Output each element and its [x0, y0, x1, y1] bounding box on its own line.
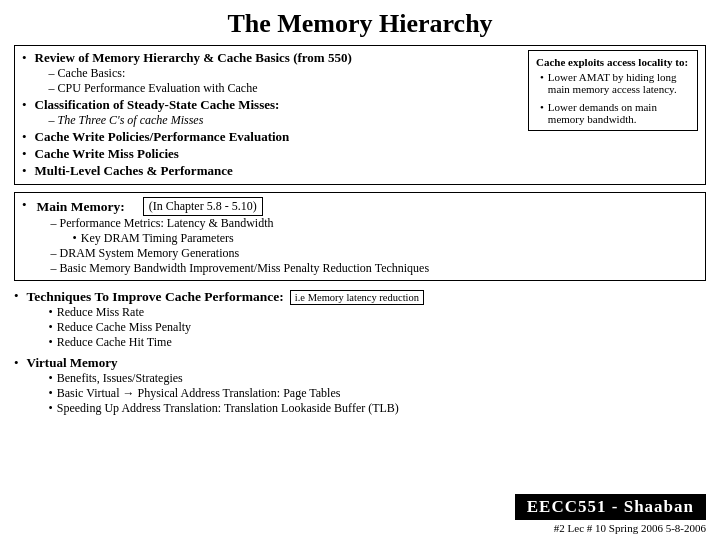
virtual-item-2: Basic Virtual → Physical Address Transla…: [49, 386, 706, 401]
virtual-heading: Virtual Memory: [27, 355, 118, 370]
bullet-5: •: [22, 163, 27, 179]
virtual-memory-section: • Virtual Memory Benefits, Issues/Strate…: [14, 355, 706, 416]
virtual-item-3: Speeding Up Address Translation: Transla…: [49, 401, 706, 416]
cache-box-title: Cache exploits access locality to:: [536, 56, 690, 68]
section-classification-heading: Classification of Steady-State Cache Mis…: [35, 97, 280, 112]
virtual-items: Benefits, Issues/Strategies Basic Virtua…: [49, 371, 706, 416]
section-multilevel-heading: Multi-Level Caches & Performance: [35, 163, 233, 178]
memory-content: Main Memory: (In Chapter 5.8 - 5.10) Per…: [37, 197, 698, 276]
memory-item-3: Basic Memory Bandwidth Improvement/Miss …: [51, 261, 698, 276]
page-title: The Memory Hierarchy: [14, 8, 706, 39]
virtual-content: Virtual Memory Benefits, Issues/Strategi…: [27, 355, 706, 416]
techniques-content: Techniques To Improve Cache Performance:…: [27, 288, 706, 350]
virtual-item-2-text: Basic Virtual → Physical Address Transla…: [57, 386, 341, 401]
cache-box-item-1: Lower AMAT by hiding long main memory ac…: [540, 71, 690, 95]
section-write-policies-heading: Cache Write Policies/Performance Evaluat…: [35, 129, 290, 144]
top-box: • Review of Memory Hierarchy & Cache Bas…: [14, 45, 706, 185]
section-write-policies: • Cache Write Policies/Performance Evalu…: [22, 129, 522, 145]
section-multilevel: • Multi-Level Caches & Performance: [22, 163, 522, 179]
techniques-heading-row: Techniques To Improve Cache Performance:…: [27, 288, 706, 305]
virtual-bullet: •: [14, 355, 19, 416]
memory-item-2: DRAM System Memory Generations: [51, 246, 698, 261]
memory-items: Performance Metrics: Latency & Bandwidth…: [51, 216, 698, 276]
chapter-badge: (In Chapter 5.8 - 5.10): [143, 197, 263, 216]
technique-2: Reduce Cache Miss Penalty: [49, 320, 706, 335]
footer: EECC551 - Shaaban #2 Lec # 10 Spring 200…: [14, 494, 706, 534]
memory-subitem-1: Key DRAM Timing Parameters: [73, 231, 698, 246]
memory-heading: Main Memory:: [37, 199, 125, 215]
review-sub-2: CPU Performance Evaluation with Cache: [49, 81, 522, 96]
section-review: • Review of Memory Hierarchy & Cache Bas…: [22, 50, 522, 96]
memory-bullet: •: [22, 197, 27, 213]
review-sub-1: Cache Basics:: [49, 66, 522, 81]
bullet-2: •: [22, 97, 27, 128]
main-memory-box: • Main Memory: (In Chapter 5.8 - 5.10) P…: [14, 192, 706, 281]
cache-box-item-2: Lower demands on main memory bandwidth.: [540, 101, 690, 125]
bullet-1: •: [22, 50, 27, 96]
section-classification: • Classification of Steady-State Cache M…: [22, 97, 522, 128]
memory-item-1: Performance Metrics: Latency & Bandwidth: [51, 216, 698, 231]
techniques-bullet: •: [14, 288, 19, 350]
virtual-item-1: Benefits, Issues/Strategies: [49, 371, 706, 386]
classification-sub-1: The Three C's of cache Misses: [49, 113, 522, 128]
page: The Memory Hierarchy • Review of Memory …: [0, 0, 720, 540]
top-box-content: • Review of Memory Hierarchy & Cache Bas…: [22, 50, 522, 180]
section-classification-sub: The Three C's of cache Misses: [49, 113, 522, 128]
bullet-3: •: [22, 129, 27, 145]
footer-right: EECC551 - Shaaban #2 Lec # 10 Spring 200…: [515, 494, 706, 534]
memory-row: • Main Memory: (In Chapter 5.8 - 5.10) P…: [22, 197, 698, 276]
memory-heading-row: Main Memory: (In Chapter 5.8 - 5.10): [37, 197, 698, 216]
section-write-miss-heading: Cache Write Miss Policies: [35, 146, 179, 161]
technique-1: Reduce Miss Rate: [49, 305, 706, 320]
main-content: • Review of Memory Hierarchy & Cache Bas…: [14, 45, 706, 492]
ie-badge: i.e Memory latency reduction: [290, 290, 424, 305]
section-review-sub: Cache Basics: CPU Performance Evaluation…: [49, 66, 522, 96]
bullet-4: •: [22, 146, 27, 162]
eecc-badge: EECC551 - Shaaban: [515, 494, 706, 520]
left-column: • Review of Memory Hierarchy & Cache Bas…: [14, 45, 706, 492]
techniques-items: Reduce Miss Rate Reduce Cache Miss Penal…: [49, 305, 706, 350]
slide-number: #2 Lec # 10 Spring 2006 5-8-2006: [554, 522, 706, 534]
section-write-miss: • Cache Write Miss Policies: [22, 146, 522, 162]
techniques-heading: Techniques To Improve Cache Performance:: [27, 289, 284, 305]
section-review-heading: Review of Memory Hierarchy & Cache Basic…: [35, 50, 352, 65]
techniques-section: • Techniques To Improve Cache Performanc…: [14, 288, 706, 350]
technique-3: Reduce Cache Hit Time: [49, 335, 706, 350]
cache-info-box: Cache exploits access locality to: Lower…: [528, 50, 698, 131]
